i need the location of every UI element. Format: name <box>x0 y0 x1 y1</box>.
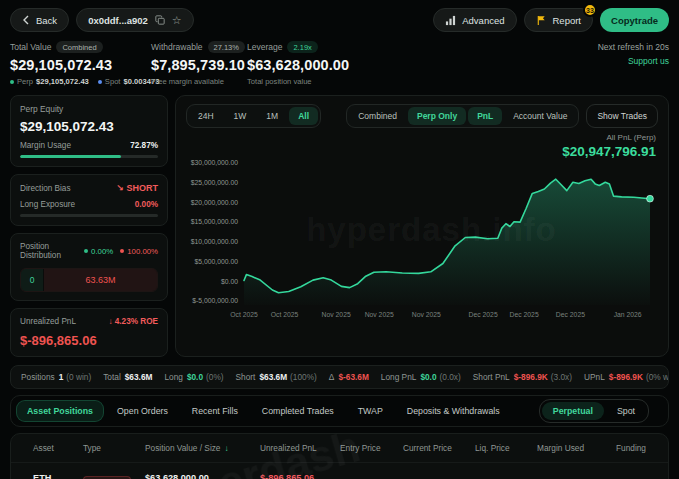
row-position-value: $63,628,000.00 <box>145 473 209 479</box>
roe-value: 4.23% ROE <box>115 317 158 326</box>
x-axis-tick: Dec 2025 <box>469 311 498 318</box>
account-sidebar: Perp Equity $29,105,072.43 Margin Usage … <box>10 95 168 357</box>
total-value-amount: $29,105,072.43 <box>10 57 151 73</box>
col-position-value[interactable]: Position Value / Size↓ <box>145 443 260 453</box>
report-button[interactable]: Report 33 <box>524 8 594 32</box>
tab-completed-trades[interactable]: Completed Trades <box>251 400 345 422</box>
tab-twap[interactable]: TWAP <box>347 400 394 422</box>
position-distribution-card: Position Distribution 0.00% 100.00% 0 63… <box>10 233 168 301</box>
summary-long-pnl: Long PnL$0.0(0.0x) <box>381 372 461 382</box>
show-trades-button[interactable]: Show Trades <box>586 104 658 128</box>
pnl-chart-panel: 24H 1W 1M All Combined Perp Only PnL Acc… <box>175 95 669 357</box>
stat-leverage: Leverage 2.19x $63,628,000.00 Total posi… <box>247 41 349 86</box>
x-axis-tick: Nov 2025 <box>322 311 351 318</box>
x-axis-tick: Dec 2025 <box>510 311 539 318</box>
mode-combined-button[interactable]: Combined <box>349 107 406 125</box>
pnl-chart[interactable]: $30,000,000.00$25,000,000.00$20,000,000.… <box>186 153 658 325</box>
perp-equity-label: Perp Equity <box>20 104 158 114</box>
time-range-group: 24H 1W 1M All <box>186 104 321 128</box>
tab-open-orders[interactable]: Open Orders <box>106 400 179 422</box>
stat-withdrawable: Withdrawable 27.13% $7,895,739.10 Free m… <box>151 41 247 86</box>
pnl-end-dot <box>647 195 654 202</box>
long-exposure-label: Long Exposure <box>20 200 75 209</box>
chevron-left-icon <box>22 15 30 25</box>
table-row[interactable]: ETH3x SHORT $63,628,000.00-20,000.00 ETH… <box>11 462 668 479</box>
leverage-sub: Total position value <box>247 77 349 86</box>
y-axis-tick: $10,000,000.00 <box>191 238 238 245</box>
col-current-price: Current Price <box>403 443 475 453</box>
long-pct: 0.00% <box>91 247 113 256</box>
y-axis-tick: $0.00 <box>221 278 238 285</box>
all-pnl-label: All PnL (Perp) <box>188 133 656 142</box>
unrealized-pnl-label: Unrealized PnL <box>20 317 76 326</box>
report-label: Report <box>553 15 582 26</box>
sort-desc-icon: ↓ <box>224 444 228 453</box>
unrealized-pnl-value: $-896,865.06 <box>20 333 158 348</box>
main-content: Perp Equity $29,105,072.43 Margin Usage … <box>0 95 679 357</box>
withdrawable-label: Withdrawable <box>151 42 203 52</box>
x-axis-tick: Oct 2025 <box>230 311 258 318</box>
tab-asset-positions[interactable]: Asset Positions <box>16 400 104 422</box>
y-axis-tick: $25,000,000.00 <box>191 179 238 186</box>
wallet-address: 0x0ddf...a902 <box>88 15 148 26</box>
x-axis-tick: Dec 2025 <box>556 311 585 318</box>
flag-icon <box>536 15 547 26</box>
refresh-countdown: Next refresh in 20s <box>598 41 669 55</box>
range-1m-button[interactable]: 1M <box>257 107 287 125</box>
summary-short-pnl: Short PnL$-896.9K(3.0x) <box>473 372 572 382</box>
col-liq-price: Liq. Price <box>475 443 537 453</box>
wallet-address-pill[interactable]: 0x0ddf...a902 ☆ <box>76 8 194 32</box>
withdrawable-amount: $7,895,739.10 <box>151 57 247 73</box>
long-exposure-bar <box>20 214 158 217</box>
copytrade-button[interactable]: Copytrade <box>600 8 669 32</box>
direction-bias-value: SHORT <box>127 183 159 193</box>
trend-down-icon: ↘ <box>116 183 124 193</box>
total-value-label: Total Value <box>10 42 51 52</box>
mode-perp-only-button[interactable]: Perp Only <box>408 107 466 125</box>
pnl-area-fill <box>244 179 650 305</box>
margin-usage-value: 72.87% <box>130 141 158 150</box>
summary-long: Long$0.0(0%) <box>164 372 223 382</box>
col-funding: Funding <box>616 443 668 453</box>
perp-label: Perp <box>17 77 33 86</box>
tab-recent-fills[interactable]: Recent Fills <box>181 400 249 422</box>
long-legend-dot-icon <box>84 249 88 253</box>
back-label: Back <box>36 15 57 26</box>
advanced-button[interactable]: Advanced <box>433 8 516 32</box>
x-axis-tick: Oct 2025 <box>271 311 299 318</box>
spot-label: Spot <box>105 77 121 86</box>
withdrawable-sub: Free margin available <box>151 77 247 86</box>
distribution-long-segment: 0 <box>21 269 44 291</box>
range-all-button[interactable]: All <box>289 107 318 125</box>
row-asset: ETH <box>33 473 51 479</box>
tab-deposits-withdrawals[interactable]: Deposits & Withdrawals <box>396 400 511 422</box>
long-exposure-value: 0.00% <box>135 200 158 209</box>
col-asset: Asset <box>33 443 83 453</box>
market-spot-button[interactable]: Spot <box>606 402 646 420</box>
y-axis-tick: $30,000,000.00 <box>191 159 238 166</box>
col-entry-price: Entry Price <box>340 443 403 453</box>
copy-icon[interactable] <box>155 15 165 25</box>
support-us-link[interactable]: Support us <box>598 55 669 69</box>
direction-bias-card: Direction Bias ↘SHORT Long Exposure 0.00… <box>10 174 168 226</box>
star-icon[interactable]: ☆ <box>172 15 182 26</box>
leverage-badge: 2.19x <box>287 41 317 53</box>
market-toggle-group: Perpetual Spot <box>539 399 649 423</box>
mode-pnl-button[interactable]: PnL <box>468 107 502 125</box>
range-1w-button[interactable]: 1W <box>225 107 256 125</box>
table-header-row: Asset Type Position Value / Size↓ Unreal… <box>11 434 668 462</box>
account-stats-row: Total Value Combined $29,105,072.43 Perp… <box>0 37 679 95</box>
summary-short: Short$63.6M(100%) <box>236 372 317 382</box>
positions-summary-bar: Positions1(0 win) Total$63.6M Long$0.0(0… <box>10 365 669 389</box>
combined-badge: Combined <box>56 41 102 53</box>
range-24h-button[interactable]: 24H <box>189 107 223 125</box>
unrealized-pnl-card: Unrealized PnL ↓ 4.23% ROE $-896,865.06 <box>10 308 168 357</box>
mode-account-value-button[interactable]: Account Value <box>504 107 576 125</box>
summary-total: Total$63.6M <box>103 372 152 382</box>
market-perpetual-button[interactable]: Perpetual <box>542 402 604 420</box>
positions-tabs-row: Asset Positions Open Orders Recent Fills… <box>10 395 669 427</box>
bar-chart-icon <box>445 15 456 26</box>
position-distribution-label: Position Distribution <box>20 242 84 260</box>
row-upnl: $-896,865.06 <box>260 473 314 479</box>
back-button[interactable]: Back <box>10 8 69 32</box>
